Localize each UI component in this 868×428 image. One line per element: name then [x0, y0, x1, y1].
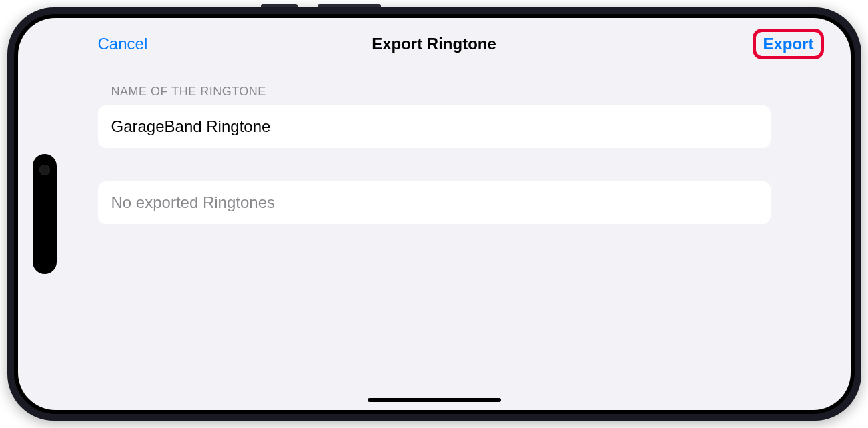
phone-frame: Cancel Export Ringtone Export NAME OF TH…	[7, 7, 861, 421]
cancel-button[interactable]: Cancel	[98, 35, 148, 53]
navbar: Cancel Export Ringtone Export	[18, 18, 851, 58]
content-area: NAME OF THE RINGTONE GarageBand Ringtone…	[18, 58, 851, 224]
screen: Cancel Export Ringtone Export NAME OF TH…	[18, 18, 851, 410]
phone-inner: Cancel Export Ringtone Export NAME OF TH…	[14, 14, 855, 414]
side-button	[318, 4, 381, 7]
empty-state-label: No exported Ringtones	[111, 193, 757, 212]
side-button	[261, 4, 298, 7]
ringtone-name-input[interactable]: GarageBand Ringtone	[111, 117, 757, 136]
exported-list-cell: No exported Ringtones	[98, 181, 771, 224]
ringtone-name-cell[interactable]: GarageBand Ringtone	[98, 105, 771, 148]
dynamic-island	[33, 154, 57, 274]
page-title: Export Ringtone	[372, 35, 496, 53]
export-button[interactable]: Export	[753, 29, 823, 59]
section-header: NAME OF THE RINGTONE	[98, 85, 771, 99]
home-indicator[interactable]	[368, 398, 501, 402]
